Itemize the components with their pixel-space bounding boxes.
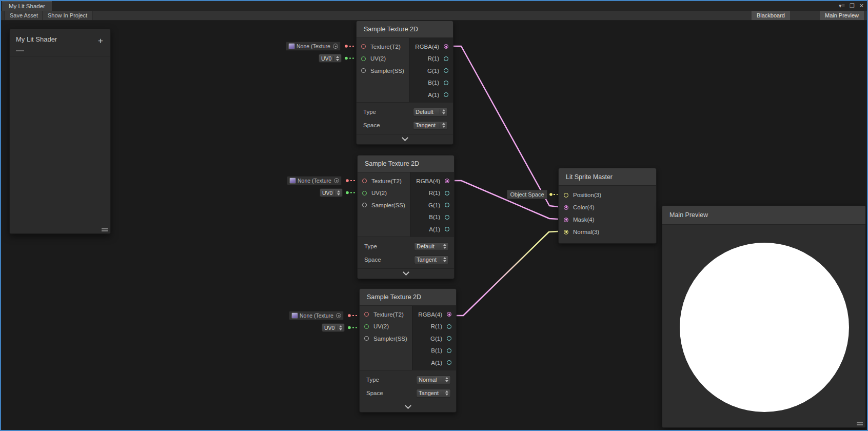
texture-object-field[interactable]: None (Texture (286, 42, 341, 51)
main-preview-title: Main Preview (662, 206, 865, 225)
lit-sprite-master-node[interactable]: Lit Sprite Master Position(3) Color(4) M… (558, 168, 657, 244)
object-picker-icon[interactable] (336, 313, 341, 318)
save-asset-button[interactable]: Save Asset (4, 11, 44, 20)
texture-object-field[interactable]: None (Texture (287, 176, 342, 185)
mask-port[interactable] (564, 218, 568, 222)
node-title[interactable]: Sample Texture 2D (358, 155, 454, 172)
input-ports: Texture(T2) UV(2) Sampler(SS) (360, 306, 412, 370)
expand-preview-button[interactable] (357, 134, 453, 144)
b-port[interactable] (444, 81, 448, 85)
r-port[interactable] (445, 191, 449, 195)
color-port[interactable] (564, 205, 568, 210)
input-ports: Texture(T2) UV(2) Sampler(SS) (357, 38, 409, 102)
texture-port[interactable] (361, 44, 366, 49)
dropdown-arrows-icon (441, 257, 446, 262)
sampler-port[interactable] (362, 203, 367, 207)
close-icon[interactable]: ✕ (859, 3, 864, 9)
texture-thumbnail-icon (289, 178, 296, 184)
dropdown-arrows-icon (443, 377, 448, 382)
chevron-down-icon (405, 402, 411, 409)
type-dropdown[interactable]: Normal (416, 376, 451, 384)
expand-preview-button[interactable] (358, 268, 454, 279)
resize-handle[interactable] (857, 422, 863, 425)
window-controls: ▾≡ ❐ ✕ (839, 1, 864, 11)
main-preview-toggle-button[interactable]: Main Preview (820, 11, 864, 20)
shader-preview-sphere (680, 243, 849, 412)
shader-graph-toolbar: Save Asset Show In Project Blackboard Ma… (1, 11, 867, 21)
blackboard-subtitle-placeholder (16, 50, 24, 51)
rgba-port[interactable] (444, 44, 448, 49)
texture-object-field[interactable]: None (Texture (289, 311, 344, 320)
space-dropdown[interactable]: Tangent (416, 389, 451, 398)
sampler-port[interactable] (361, 68, 366, 73)
space-dropdown[interactable]: Tangent (413, 121, 448, 130)
blackboard-title: My Lit Shader (16, 35, 57, 43)
edge-rgba3-to-normal[interactable] (457, 231, 558, 316)
r-port[interactable] (444, 56, 448, 61)
blackboard-panel[interactable]: My Lit Shader + (9, 29, 111, 234)
rgba-port[interactable] (447, 312, 451, 317)
type-dropdown[interactable]: Default (414, 242, 449, 251)
uv-port[interactable] (361, 56, 366, 61)
a-port[interactable] (445, 227, 449, 231)
node-title[interactable]: Sample Texture 2D (360, 289, 456, 306)
chevron-down-icon (402, 134, 408, 141)
input-ports: Texture(T2) UV(2) Sampler(SS) (358, 172, 410, 237)
a-port[interactable] (447, 360, 451, 365)
object-picker-icon[interactable] (333, 44, 338, 49)
sampler-port[interactable] (364, 336, 369, 341)
dropdown-arrows-icon (440, 123, 445, 128)
node-title[interactable]: Sample Texture 2D (357, 21, 453, 38)
maximize-icon[interactable]: ❐ (850, 3, 855, 9)
sample-texture-2d-node-3[interactable]: Sample Texture 2D Texture(T2) UV(2) Samp… (359, 288, 457, 413)
dropdown-arrows-icon (337, 325, 342, 330)
title-bar: My Lit Shader ▾≡ ❐ ✕ (1, 1, 867, 11)
window-tab[interactable]: My Lit Shader (2, 1, 52, 11)
b-port[interactable] (447, 348, 451, 353)
g-port[interactable] (447, 336, 451, 341)
blackboard-toggle-button[interactable]: Blackboard (752, 11, 790, 20)
space-dropdown[interactable]: Tangent (414, 256, 449, 264)
edge-rgba2-to-mask[interactable] (453, 181, 558, 219)
position-space-widget[interactable]: Object Space (507, 190, 547, 199)
b-port[interactable] (445, 215, 449, 220)
texture-thumbnail-icon (288, 43, 295, 49)
dropdown-arrows-icon (443, 390, 448, 396)
output-ports: RGBA(4) R(1) G(1) B(1) A(1) (409, 38, 453, 102)
edge-rgba1-to-color[interactable] (453, 46, 558, 207)
uv-port[interactable] (362, 191, 367, 195)
normal-port[interactable] (564, 230, 568, 234)
uv-port[interactable] (364, 324, 369, 329)
sample-texture-2d-node-1[interactable]: Sample Texture 2D Texture(T2) UV(2) Samp… (356, 21, 453, 145)
dropdown-arrows-icon (441, 244, 446, 249)
divider (10, 56, 110, 56)
show-in-project-button[interactable]: Show In Project (42, 11, 93, 20)
resize-handle[interactable] (102, 228, 108, 231)
node-title[interactable]: Lit Sprite Master (559, 168, 656, 186)
dropdown-arrows-icon (333, 56, 339, 61)
output-ports: RGBA(4) R(1) G(1) B(1) A(1) (410, 172, 454, 237)
g-port[interactable] (444, 68, 448, 73)
texture-thumbnail-icon (291, 312, 298, 319)
rgba-port[interactable] (445, 179, 449, 183)
sample-texture-2d-node-2[interactable]: Sample Texture 2D Texture(T2) UV(2) Samp… (357, 155, 455, 279)
texture-port[interactable] (362, 179, 367, 183)
position-port[interactable] (564, 193, 568, 198)
r-port[interactable] (447, 324, 451, 329)
main-preview-panel[interactable]: Main Preview (662, 205, 866, 428)
g-port[interactable] (445, 203, 449, 207)
dropdown-arrows-icon (334, 190, 340, 195)
texture-port[interactable] (364, 312, 369, 317)
uv-channel-dropdown[interactable]: UV0 (319, 54, 342, 63)
object-picker-icon[interactable] (334, 178, 339, 183)
dropdown-arrows-icon (440, 109, 445, 114)
uv-channel-dropdown[interactable]: UV0 (322, 323, 345, 332)
add-property-button[interactable]: + (96, 36, 105, 46)
a-port[interactable] (444, 92, 448, 97)
expand-preview-button[interactable] (360, 402, 456, 412)
window-menu-icon[interactable]: ▾≡ (839, 3, 845, 9)
output-ports: RGBA(4) R(1) G(1) B(1) A(1) (412, 306, 456, 370)
type-dropdown[interactable]: Default (413, 108, 448, 116)
uv-channel-dropdown[interactable]: UV0 (320, 188, 343, 197)
chevron-down-icon (403, 269, 409, 276)
